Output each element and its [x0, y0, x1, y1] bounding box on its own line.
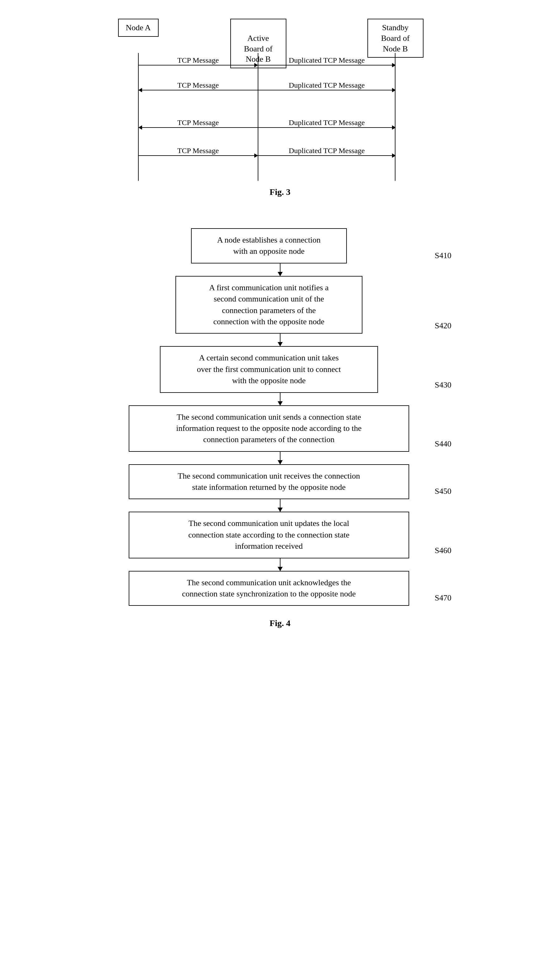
flow-box-s430: A certain second communication unit take…: [160, 346, 378, 393]
vline-nodeA: [138, 53, 139, 181]
fig3-section: Node A ActiveBoard ofNode B StandbyBoard…: [0, 0, 560, 216]
node-a-box: Node A: [118, 19, 159, 37]
flow-box-wrap-s470: The second communication unit acknowledg…: [109, 571, 429, 606]
arrow-tcp4-label: TCP Message: [177, 147, 219, 155]
step-label-s420: S420: [435, 321, 451, 330]
active-board-box: ActiveBoard ofNode B: [230, 19, 286, 68]
arrow-dup3-label: Duplicated TCP Message: [289, 119, 365, 127]
standby-board-box: StandbyBoard ofNode B: [368, 19, 424, 58]
flow-connector-1: [280, 263, 280, 276]
arrow-dup1: Duplicated TCP Message: [258, 65, 396, 66]
flow-box-s440-text: The second communication unit sends a co…: [176, 412, 361, 444]
flow-step-s420: A first communication unit notifies asec…: [109, 276, 452, 334]
arrow-tcp2: TCP Message: [139, 90, 258, 91]
flow-box-s420-text: A first communication unit notifies asec…: [209, 283, 328, 326]
arrow-dup4-label: Duplicated TCP Message: [289, 147, 365, 155]
arrow-tcp4: TCP Message: [139, 155, 258, 156]
fig3-caption: Fig. 3: [25, 187, 535, 203]
flow-box-s420: A first communication unit notifies asec…: [175, 276, 363, 334]
arrow-tcp3: TCP Message: [139, 127, 258, 128]
arrow-tcp1: TCP Message: [139, 65, 258, 66]
arrow-dup4: Duplicated TCP Message: [258, 155, 396, 156]
flow-connector-4: [280, 452, 280, 464]
flow-box-s460: The second communication unit updates th…: [129, 512, 409, 558]
flow-box-s470-text: The second communication unit acknowledg…: [182, 578, 355, 598]
arrow-tcp1-label: TCP Message: [177, 56, 219, 64]
arrow-dup3: Duplicated TCP Message: [258, 127, 396, 128]
flow-connector-5: [280, 499, 280, 512]
fig4-caption: Fig. 4: [25, 618, 535, 628]
flow-step-s450: The second communication unit receives t…: [109, 464, 452, 499]
step-label-s450: S450: [435, 487, 451, 496]
fig3-diagram: Node A ActiveBoard ofNode B StandbyBoard…: [109, 19, 452, 181]
flow-box-wrap-s410: A node establishes a connectionwith an o…: [109, 228, 429, 263]
flow-step-s460: The second communication unit updates th…: [109, 512, 452, 558]
fig4-flowchart: A node establishes a connectionwith an o…: [109, 228, 452, 606]
standby-board-label: StandbyBoard ofNode B: [381, 23, 410, 53]
flow-step-s470: The second communication unit acknowledg…: [109, 571, 452, 606]
flow-box-wrap-s460: The second communication unit updates th…: [109, 512, 429, 558]
flow-connector-6: [280, 558, 280, 571]
step-label-s460: S460: [435, 546, 451, 555]
vline-standby: [395, 53, 396, 181]
step-label-s410: S410: [435, 251, 451, 260]
flow-box-s410-text: A node establishes a connectionwith an o…: [217, 235, 321, 256]
flow-box-s470: The second communication unit acknowledg…: [129, 571, 409, 606]
flow-step-s410: A node establishes a connectionwith an o…: [109, 228, 452, 263]
flow-box-wrap-s440: The second communication unit sends a co…: [109, 405, 429, 452]
arrow-tcp2-label: TCP Message: [177, 81, 219, 89]
flow-box-wrap-s450: The second communication unit receives t…: [109, 464, 429, 499]
step-label-s440: S440: [435, 439, 451, 449]
arrow-dup2-label: Duplicated TCP Message: [289, 81, 365, 89]
arrow-tcp3-label: TCP Message: [177, 119, 219, 127]
vline-active: [258, 53, 258, 181]
flow-box-s450-text: The second communication unit receives t…: [178, 471, 360, 492]
flow-box-wrap-s430: A certain second communication unit take…: [109, 346, 429, 393]
flow-box-s450: The second communication unit receives t…: [129, 464, 409, 499]
flow-connector-2: [280, 333, 280, 346]
flow-connector-3: [280, 393, 280, 405]
step-label-s470: S470: [435, 593, 451, 603]
node-a-label: Node A: [125, 23, 150, 32]
flow-step-s440: The second communication unit sends a co…: [109, 405, 452, 452]
fig4-section: A node establishes a connectionwith an o…: [0, 216, 560, 647]
step-label-s430: S430: [435, 380, 451, 390]
flow-box-s460-text: The second communication unit updates th…: [188, 519, 349, 551]
arrow-dup1-label: Duplicated TCP Message: [289, 56, 365, 64]
flow-box-s410: A node establishes a connectionwith an o…: [191, 228, 347, 263]
arrow-dup2: Duplicated TCP Message: [258, 90, 396, 91]
flow-box-s440: The second communication unit sends a co…: [129, 405, 409, 452]
flow-box-wrap-s420: A first communication unit notifies asec…: [109, 276, 429, 334]
flow-step-s430: A certain second communication unit take…: [109, 346, 452, 393]
flow-box-s430-text: A certain second communication unit take…: [197, 353, 341, 385]
